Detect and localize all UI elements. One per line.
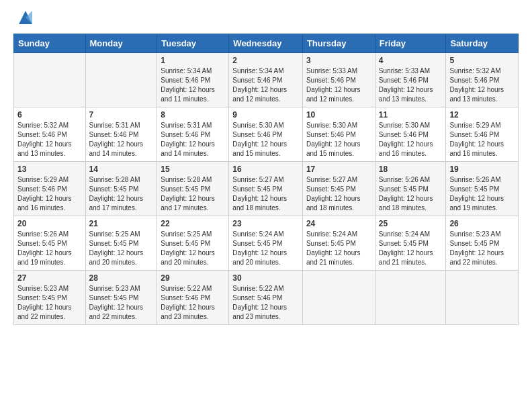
day-number: 29 [161,273,225,283]
calendar-cell: 23Sunrise: 5:24 AMSunset: 5:45 PMDayligh… [229,216,303,271]
calendar-header-row: SundayMondayTuesdayWednesdayThursdayFrid… [14,34,519,53]
day-number: 6 [17,110,82,120]
calendar-cell: 8Sunrise: 5:31 AMSunset: 5:46 PMDaylight… [157,107,229,162]
day-info: Sunrise: 5:25 AMSunset: 5:45 PMDaylight:… [161,230,225,267]
calendar-cell: 7Sunrise: 5:31 AMSunset: 5:46 PMDaylight… [85,107,157,162]
day-info: Sunrise: 5:29 AMSunset: 5:46 PMDaylight:… [17,175,82,213]
calendar-cell [14,53,86,107]
day-number: 16 [232,165,299,174]
calendar-cell: 5Sunrise: 5:32 AMSunset: 5:46 PMDaylight… [446,53,519,107]
calendar-cell: 28Sunrise: 5:23 AMSunset: 5:45 PMDayligh… [85,271,157,325]
day-info: Sunrise: 5:30 AMSunset: 5:46 PMDaylight:… [232,121,299,158]
calendar-cell [302,271,375,325]
calendar-cell: 3Sunrise: 5:33 AMSunset: 5:46 PMDaylight… [302,53,375,107]
calendar-table: SundayMondayTuesdayWednesdayThursdayFrid… [13,34,519,325]
day-number: 26 [449,219,515,228]
day-number: 11 [379,110,443,120]
calendar-header-friday: Friday [375,34,446,53]
day-info: Sunrise: 5:31 AMSunset: 5:46 PMDaylight:… [89,121,154,158]
day-info: Sunrise: 5:26 AMSunset: 5:45 PMDaylight:… [449,175,515,213]
day-info: Sunrise: 5:33 AMSunset: 5:46 PMDaylight:… [306,66,371,104]
calendar-cell: 25Sunrise: 5:24 AMSunset: 5:45 PMDayligh… [375,216,446,271]
calendar-week-4: 20Sunrise: 5:26 AMSunset: 5:45 PMDayligh… [14,216,519,271]
day-info: Sunrise: 5:26 AMSunset: 5:45 PMDaylight:… [17,230,82,267]
calendar-cell: 22Sunrise: 5:25 AMSunset: 5:45 PMDayligh… [157,216,229,271]
day-number: 17 [306,165,371,174]
day-number: 14 [89,165,154,174]
calendar-cell: 30Sunrise: 5:22 AMSunset: 5:46 PMDayligh… [229,271,303,325]
day-number: 20 [17,219,82,228]
calendar-cell: 4Sunrise: 5:33 AMSunset: 5:46 PMDaylight… [375,53,446,107]
day-info: Sunrise: 5:24 AMSunset: 5:45 PMDaylight:… [306,230,371,267]
calendar-week-3: 13Sunrise: 5:29 AMSunset: 5:46 PMDayligh… [14,162,519,216]
day-info: Sunrise: 5:28 AMSunset: 5:45 PMDaylight:… [161,175,225,213]
page: SundayMondayTuesdayWednesdayThursdayFrid… [0,0,532,411]
calendar-week-5: 27Sunrise: 5:23 AMSunset: 5:45 PMDayligh… [14,271,519,325]
calendar-header-wednesday: Wednesday [229,34,303,53]
calendar-cell: 29Sunrise: 5:22 AMSunset: 5:46 PMDayligh… [157,271,229,325]
calendar-cell: 14Sunrise: 5:28 AMSunset: 5:45 PMDayligh… [85,162,157,216]
day-number: 19 [449,165,515,174]
calendar-cell: 16Sunrise: 5:27 AMSunset: 5:45 PMDayligh… [229,162,303,216]
calendar-cell: 24Sunrise: 5:24 AMSunset: 5:45 PMDayligh… [302,216,375,271]
calendar-header-saturday: Saturday [446,34,519,53]
calendar-cell: 19Sunrise: 5:26 AMSunset: 5:45 PMDayligh… [446,162,519,216]
day-info: Sunrise: 5:28 AMSunset: 5:45 PMDaylight:… [89,175,154,213]
calendar-cell: 11Sunrise: 5:30 AMSunset: 5:46 PMDayligh… [375,107,446,162]
day-number: 1 [161,56,225,65]
calendar-cell [446,271,519,325]
day-info: Sunrise: 5:23 AMSunset: 5:45 PMDaylight:… [89,284,154,322]
calendar-cell: 21Sunrise: 5:25 AMSunset: 5:45 PMDayligh… [85,216,157,271]
day-number: 13 [17,165,82,174]
day-info: Sunrise: 5:26 AMSunset: 5:45 PMDaylight:… [379,175,443,213]
day-number: 8 [161,110,225,120]
calendar-header-sunday: Sunday [14,34,86,53]
calendar-week-1: 1Sunrise: 5:34 AMSunset: 5:46 PMDaylight… [14,53,519,107]
calendar-cell: 18Sunrise: 5:26 AMSunset: 5:45 PMDayligh… [375,162,446,216]
day-number: 4 [379,56,443,65]
calendar-cell: 15Sunrise: 5:28 AMSunset: 5:45 PMDayligh… [157,162,229,216]
header [13,11,519,27]
day-number: 3 [306,56,371,65]
calendar-week-2: 6Sunrise: 5:32 AMSunset: 5:46 PMDaylight… [14,107,519,162]
day-number: 2 [232,56,299,65]
day-number: 25 [379,219,443,228]
day-info: Sunrise: 5:23 AMSunset: 5:45 PMDaylight:… [17,284,82,322]
day-info: Sunrise: 5:23 AMSunset: 5:45 PMDaylight:… [449,230,515,267]
day-info: Sunrise: 5:33 AMSunset: 5:46 PMDaylight:… [379,66,443,104]
day-info: Sunrise: 5:27 AMSunset: 5:45 PMDaylight:… [232,175,299,213]
day-number: 18 [379,165,443,174]
calendar-cell: 9Sunrise: 5:30 AMSunset: 5:46 PMDaylight… [229,107,303,162]
day-info: Sunrise: 5:30 AMSunset: 5:46 PMDaylight:… [306,121,371,158]
calendar-cell: 12Sunrise: 5:29 AMSunset: 5:46 PMDayligh… [446,107,519,162]
calendar-cell: 27Sunrise: 5:23 AMSunset: 5:45 PMDayligh… [14,271,86,325]
day-info: Sunrise: 5:24 AMSunset: 5:45 PMDaylight:… [379,230,443,267]
calendar-header-monday: Monday [85,34,157,53]
day-info: Sunrise: 5:22 AMSunset: 5:46 PMDaylight:… [161,284,225,322]
day-number: 27 [17,273,82,283]
day-number: 23 [232,219,299,228]
day-number: 24 [306,219,371,228]
calendar-header-tuesday: Tuesday [157,34,229,53]
calendar-cell: 6Sunrise: 5:32 AMSunset: 5:46 PMDaylight… [14,107,86,162]
day-number: 22 [161,219,225,228]
day-number: 28 [89,273,154,283]
logo-icon [16,8,35,27]
day-info: Sunrise: 5:34 AMSunset: 5:46 PMDaylight:… [161,66,225,104]
day-number: 15 [161,165,225,174]
day-number: 30 [232,273,299,283]
calendar-cell [375,271,446,325]
day-info: Sunrise: 5:25 AMSunset: 5:45 PMDaylight:… [89,230,154,267]
calendar-cell: 13Sunrise: 5:29 AMSunset: 5:46 PMDayligh… [14,162,86,216]
calendar-cell: 1Sunrise: 5:34 AMSunset: 5:46 PMDaylight… [157,53,229,107]
day-info: Sunrise: 5:32 AMSunset: 5:46 PMDaylight:… [449,66,515,104]
calendar-cell: 2Sunrise: 5:34 AMSunset: 5:46 PMDaylight… [229,53,303,107]
calendar-cell: 26Sunrise: 5:23 AMSunset: 5:45 PMDayligh… [446,216,519,271]
calendar-cell: 10Sunrise: 5:30 AMSunset: 5:46 PMDayligh… [302,107,375,162]
day-info: Sunrise: 5:31 AMSunset: 5:46 PMDaylight:… [161,121,225,158]
calendar-cell: 20Sunrise: 5:26 AMSunset: 5:45 PMDayligh… [14,216,86,271]
day-number: 9 [232,110,299,120]
day-info: Sunrise: 5:34 AMSunset: 5:46 PMDaylight:… [232,66,299,104]
day-number: 10 [306,110,371,120]
calendar-cell: 17Sunrise: 5:27 AMSunset: 5:45 PMDayligh… [302,162,375,216]
